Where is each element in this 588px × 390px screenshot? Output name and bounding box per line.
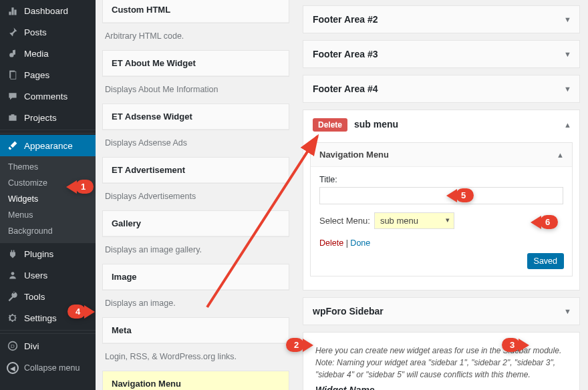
collapse-menu[interactable]: ◀ Collapse menu <box>0 357 96 379</box>
svg-text:D: D <box>11 343 15 349</box>
widget-title: ET About Me Widget <box>103 51 289 76</box>
sidebar-item-label: Plugins <box>24 249 53 259</box>
widget-title: ET Adsense Widget <box>103 104 289 130</box>
footer-area-3: Footer Area #3 ▼ <box>303 40 580 68</box>
footer-area-4: Footer Area #4 ▼ <box>303 75 580 103</box>
submenu-widgets[interactable]: Widgets <box>0 191 96 207</box>
sidebar-item-label: Projects <box>24 113 57 123</box>
sidebar-item-label: Users <box>24 270 47 280</box>
widget-desc: Displays an image gallery. <box>102 237 289 264</box>
sidebar-item-appearance[interactable]: Appearance <box>0 135 96 156</box>
sidebar-item-label: Settings <box>24 313 57 323</box>
sidebar-item-plugins[interactable]: Plugins <box>0 243 96 264</box>
widget-name-label: Widget Name <box>315 385 567 390</box>
widget-gallery[interactable]: Gallery <box>102 210 289 237</box>
sidebar-item-label: Media <box>24 49 49 59</box>
creator-note2: Note: Naming your widget area "sidebar 1… <box>315 357 567 381</box>
widget-desc: Arbitrary HTML code. <box>102 23 289 50</box>
collapse-label: Collapse menu <box>24 363 80 373</box>
widget-desc: Login, RSS, & WordPress.org links. <box>102 344 289 371</box>
widget-meta[interactable]: Meta <box>102 317 289 344</box>
sidebar-item-pages[interactable]: Pages <box>0 64 96 85</box>
submenu-themes[interactable]: Themes <box>0 159 96 175</box>
widget-et-about-me[interactable]: ET About Me Widget <box>102 50 289 77</box>
select-value: sub menu <box>380 216 418 226</box>
widget-image[interactable]: Image <box>102 264 289 290</box>
menu-select[interactable]: sub menu <box>374 212 454 229</box>
widget-form: Title: Select Menu: sub menu Delete | Do… <box>311 167 572 276</box>
delete-area-button[interactable]: Delete <box>313 118 347 132</box>
widget-desc: Displays Adsense Ads <box>102 130 289 157</box>
available-widgets-column: Custom HTML Arbitrary HTML code. ET Abou… <box>102 0 289 390</box>
sidebar-item-label: Pages <box>24 70 49 80</box>
pin-icon <box>7 26 19 38</box>
sidebar-areas-column: Footer Area #2 ▼ Footer Area #3 ▼ Footer… <box>303 0 580 390</box>
widget-desc: Displays About Me Information <box>102 77 289 104</box>
delete-widget-link[interactable]: Delete <box>319 238 343 248</box>
plugin-icon <box>7 248 19 260</box>
area-toggle[interactable]: Footer Area #3 ▼ <box>303 41 579 67</box>
submenu-appearance: Themes Customize Widgets Menus Backgroun… <box>0 156 96 243</box>
done-link[interactable]: Done <box>350 238 370 248</box>
sidebar-item-tools[interactable]: Tools <box>0 286 96 307</box>
users-icon <box>7 269 19 281</box>
select-menu-label: Select Menu: <box>319 216 370 226</box>
sidebar-item-users[interactable]: Users <box>0 264 96 286</box>
page-icon <box>7 69 19 81</box>
widget-title: Gallery <box>103 211 289 236</box>
sidebar-separator <box>0 130 96 134</box>
title-input[interactable] <box>319 187 563 204</box>
sidebar-item-comments[interactable]: Comments <box>0 85 96 107</box>
area-toggle[interactable]: wpForo Sidebar ▼ <box>303 298 579 325</box>
area-title: sub menu <box>354 119 398 130</box>
widget-desc: Displays an image. <box>102 290 289 317</box>
widget-et-advertisement[interactable]: ET Advertisement <box>102 157 289 184</box>
widget-actions: Delete | Done <box>319 238 563 248</box>
chevron-down-icon: ▼ <box>564 307 571 315</box>
dashboard-icon <box>7 5 19 17</box>
sidebar-item-projects[interactable]: Projects <box>0 107 96 128</box>
submenu-background[interactable]: Background <box>0 223 96 239</box>
widget-navigation-menu[interactable]: Navigation Menu <box>102 371 289 390</box>
widget-instance-title: Navigation Menu <box>319 150 389 160</box>
widget-area-creator: Here you can create new widget areas for… <box>303 332 580 390</box>
area-body: Navigation Menu ▲ Title: Select Menu: su… <box>303 142 579 284</box>
area-title: wpForo Sidebar <box>313 306 384 317</box>
area-title: Footer Area #2 <box>313 14 378 25</box>
widget-toggle[interactable]: Navigation Menu ▲ <box>311 143 572 167</box>
svg-rect-2 <box>11 71 16 79</box>
chevron-up-icon: ▲ <box>564 121 571 129</box>
svg-point-6 <box>11 272 15 275</box>
sidebar-item-label: Appearance <box>24 141 73 151</box>
sidebar-item-media[interactable]: Media <box>0 43 96 64</box>
submenu-menus[interactable]: Menus <box>0 207 96 223</box>
area-toggle[interactable]: Footer Area #2 ▼ <box>303 6 579 33</box>
admin-sidebar: Dashboard Posts Media Pages Comments Pro… <box>0 0 96 390</box>
submenu-customize[interactable]: Customize <box>0 175 96 191</box>
area-toggle[interactable]: Delete sub menu ▲ <box>303 110 579 140</box>
media-icon <box>7 47 19 59</box>
widget-title: Custom HTML <box>103 0 289 23</box>
sidebar-item-label: Posts <box>24 27 47 37</box>
svg-rect-4 <box>9 116 16 121</box>
widget-et-adsense[interactable]: ET Adsense Widget <box>102 104 289 130</box>
comment-icon <box>7 90 19 102</box>
area-title: Footer Area #4 <box>313 83 378 94</box>
chevron-down-icon: ▼ <box>564 50 571 58</box>
creator-note1: Here you can create new widget areas for… <box>315 345 567 357</box>
area-title: Footer Area #3 <box>313 49 378 59</box>
svg-rect-5 <box>11 114 15 116</box>
sidebar-item-divi[interactable]: D Divi <box>0 335 96 357</box>
sidebar-item-dashboard[interactable]: Dashboard <box>0 0 96 21</box>
sidebar-item-label: Comments <box>24 91 67 102</box>
widget-custom-html[interactable]: Custom HTML <box>102 0 289 23</box>
sidebar-item-settings[interactable]: Settings <box>0 307 96 329</box>
saved-button[interactable]: Saved <box>527 253 564 269</box>
main-content: Custom HTML Arbitrary HTML code. ET Abou… <box>96 0 588 390</box>
wpforo-sidebar-area: wpForo Sidebar ▼ <box>303 297 580 325</box>
sub-menu-area: Delete sub menu ▲ Navigation Menu ▲ Titl… <box>303 110 580 290</box>
sidebar-item-posts[interactable]: Posts <box>0 21 96 43</box>
sidebar-separator <box>0 330 96 334</box>
area-toggle[interactable]: Footer Area #4 ▼ <box>303 75 579 102</box>
nav-menu-widget-instance: Navigation Menu ▲ Title: Select Menu: su… <box>310 142 573 276</box>
